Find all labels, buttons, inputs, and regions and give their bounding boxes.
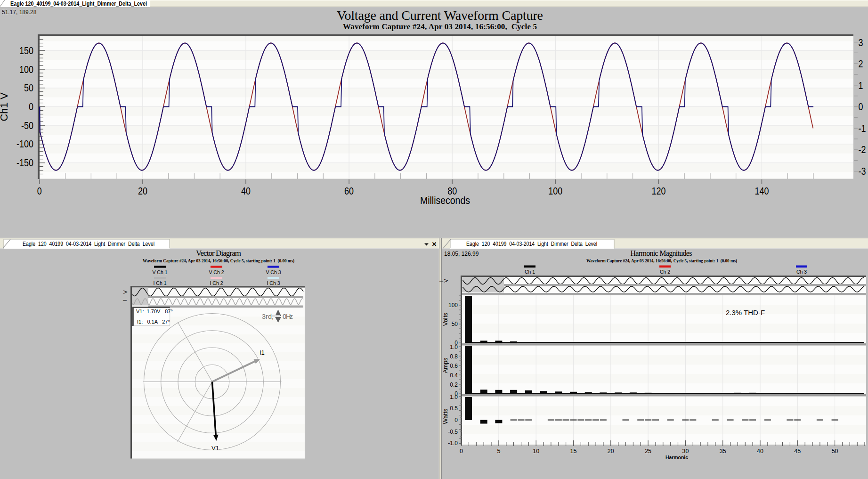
svg-text:Eagle 120_40199_04-03-2014_Lig: Eagle 120_40199_04-03-2014_Light_Dimmer_… <box>10 0 147 7</box>
svg-text:V: V <box>122 290 128 294</box>
svg-text:2: 2 <box>859 58 863 70</box>
svg-text:100: 100 <box>19 64 33 75</box>
svg-text:Amps: Amps <box>442 357 449 373</box>
svg-text:5: 5 <box>497 448 500 455</box>
svg-text:18.05, 126.99: 18.05, 126.99 <box>444 251 479 257</box>
svg-text:0.2: 0.2 <box>450 382 458 388</box>
svg-text:40: 40 <box>757 448 763 455</box>
svg-text:150: 150 <box>19 45 33 57</box>
svg-text:Waveform Capture #24, Apr 03 2: Waveform Capture #24, Apr 03 2014, 16:56… <box>586 258 737 264</box>
svg-text:3rd,: 3rd, <box>262 313 274 320</box>
svg-text:Voltage and Current Waveform C: Voltage and Current Waveform Capture <box>337 8 543 23</box>
svg-text:I Ch 1: I Ch 1 <box>153 280 166 286</box>
svg-text:100: 100 <box>448 302 458 309</box>
svg-text:3: 3 <box>859 37 863 49</box>
svg-text:45: 45 <box>794 448 801 455</box>
svg-text:Waveform Capture #24, Apr 03 2: Waveform Capture #24, Apr 03 2014, 16:56… <box>343 22 537 31</box>
svg-text:50: 50 <box>832 448 838 455</box>
svg-text:15: 15 <box>570 448 577 455</box>
svg-text:0: 0 <box>37 185 42 197</box>
svg-text:V Ch 1: V Ch 1 <box>152 269 167 275</box>
svg-text:1.0: 1.0 <box>450 394 458 400</box>
svg-text:I Ch 2: I Ch 2 <box>210 280 223 286</box>
svg-text:35: 35 <box>720 448 726 455</box>
svg-text:Waveform Capture #24, Apr 03 2: Waveform Capture #24, Apr 03 2014, 16:56… <box>143 258 294 264</box>
svg-text:I1: 0.1A 27°: I1: 0.1A 27° <box>137 319 170 325</box>
svg-text:-1: -1 <box>859 122 866 134</box>
svg-text:50: 50 <box>452 321 458 327</box>
svg-text:0.6: 0.6 <box>450 363 458 369</box>
svg-text:25: 25 <box>645 448 651 455</box>
svg-text:I Ch 3: I Ch 3 <box>267 280 280 286</box>
svg-text:140: 140 <box>755 185 769 197</box>
svg-text:-3: -3 <box>859 165 866 177</box>
svg-text:-1.0: -1.0 <box>448 440 458 447</box>
svg-text:Harmonic Magnitudes: Harmonic Magnitudes <box>631 249 692 258</box>
svg-text:Volts: Volts <box>442 312 449 326</box>
svg-text:V1: 1.70V -87°: V1: 1.70V -87° <box>136 309 173 314</box>
svg-text:Eagle 120_40199_04-03-2014_Li: Eagle 120_40199_04-03-2014_Light_Dimmer_… <box>23 241 154 247</box>
svg-text:-100: -100 <box>16 138 33 150</box>
svg-text:Vector Diagram: Vector Diagram <box>196 249 241 258</box>
svg-text:0.5: 0.5 <box>450 405 458 412</box>
svg-text:50: 50 <box>24 82 33 94</box>
svg-text:I: I <box>122 300 128 301</box>
svg-text:V Ch 3: V Ch 3 <box>266 269 281 275</box>
svg-text:20: 20 <box>608 448 614 455</box>
svg-text:Milliseconds: Milliseconds <box>420 195 470 206</box>
svg-text:-150: -150 <box>16 157 33 169</box>
svg-text:-0.5: -0.5 <box>448 429 458 435</box>
svg-text:I1: I1 <box>260 349 265 356</box>
svg-text:Ch1 V: Ch1 V <box>0 92 10 121</box>
svg-text:-50: -50 <box>21 120 33 131</box>
svg-text:0 Hz: 0 Hz <box>283 313 293 320</box>
svg-text:Ch 2: Ch 2 <box>660 269 670 275</box>
svg-text:Watts: Watts <box>442 408 449 424</box>
svg-text:60: 60 <box>344 185 354 197</box>
svg-text:0: 0 <box>29 101 33 113</box>
svg-text:120: 120 <box>651 185 665 197</box>
svg-text:10: 10 <box>533 448 539 455</box>
svg-text:0.4: 0.4 <box>450 372 458 379</box>
svg-text:20: 20 <box>138 185 147 197</box>
svg-text:Ch 3: Ch 3 <box>796 269 807 275</box>
svg-text:30: 30 <box>682 448 689 455</box>
svg-text:V1: V1 <box>211 445 219 452</box>
svg-text:✕: ✕ <box>432 241 437 248</box>
svg-text:51.17, 189.28: 51.17, 189.28 <box>2 9 37 16</box>
svg-text:0: 0 <box>859 101 863 113</box>
svg-text:Eagle 120_40199_04-03-2014_Li: Eagle 120_40199_04-03-2014_Light_Dimmer_… <box>466 241 597 247</box>
svg-text:0: 0 <box>460 448 463 455</box>
svg-text:0.8: 0.8 <box>450 353 458 360</box>
svg-text:1.0: 1.0 <box>450 344 458 350</box>
svg-text:40: 40 <box>241 185 251 197</box>
svg-text:0: 0 <box>454 417 458 423</box>
svg-text:1: 1 <box>859 80 863 91</box>
svg-text:V Ch 2: V Ch 2 <box>209 269 224 275</box>
svg-text:Harmonic: Harmonic <box>665 455 689 460</box>
svg-text:2.3% THD-F: 2.3% THD-F <box>726 309 765 317</box>
svg-text:Ch 1: Ch 1 <box>525 269 535 275</box>
svg-text:100: 100 <box>548 185 562 197</box>
svg-text:I: I <box>438 280 444 282</box>
svg-text:-2: -2 <box>859 144 866 155</box>
